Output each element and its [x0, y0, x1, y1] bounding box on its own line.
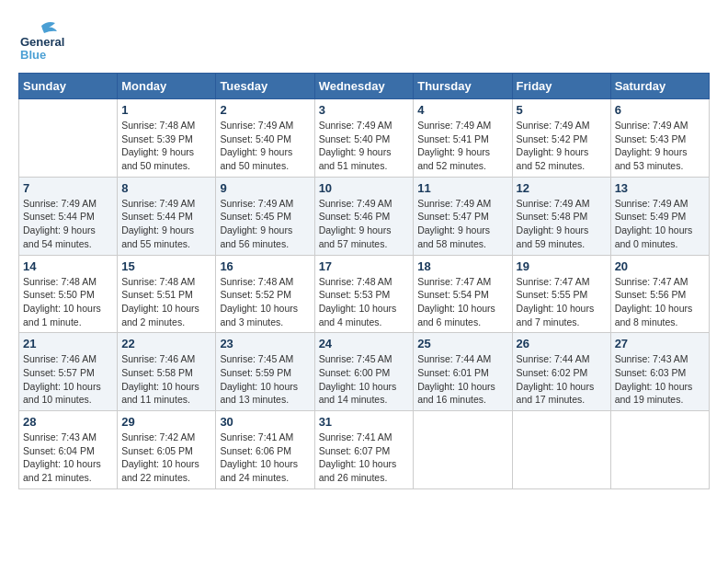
day-number: 10 — [319, 181, 410, 195]
day-number: 26 — [517, 337, 607, 350]
day-number: 2 — [220, 103, 310, 117]
day-info: Sunrise: 7:44 AMSunset: 6:01 PMDaylight:… — [417, 352, 507, 407]
logo: General Blue — [18, 18, 64, 63]
day-info: Sunrise: 7:45 AMSunset: 5:59 PMDaylight:… — [220, 352, 310, 407]
calendar-cell: 1Sunrise: 7:48 AMSunset: 5:39 PMDaylight… — [118, 99, 216, 178]
calendar-cell: 17Sunrise: 7:48 AMSunset: 5:53 PMDayligh… — [314, 255, 414, 333]
calendar-cell — [19, 99, 118, 178]
calendar-cell: 27Sunrise: 7:43 AMSunset: 6:03 PMDayligh… — [610, 333, 709, 411]
day-info: Sunrise: 7:47 AMSunset: 5:55 PMDaylight:… — [517, 275, 607, 329]
calendar-cell: 30Sunrise: 7:41 AMSunset: 6:06 PMDayligh… — [216, 411, 314, 489]
day-info: Sunrise: 7:49 AMSunset: 5:44 PMDaylight:… — [121, 197, 211, 251]
day-number: 3 — [319, 103, 410, 117]
day-number: 16 — [220, 259, 310, 273]
calendar-cell — [610, 411, 709, 489]
calendar-header-row: SundayMondayTuesdayWednesdayThursdayFrid… — [19, 74, 710, 99]
day-info: Sunrise: 7:49 AMSunset: 5:49 PMDaylight:… — [615, 197, 705, 251]
day-number: 4 — [417, 103, 507, 117]
day-info: Sunrise: 7:48 AMSunset: 5:52 PMDaylight:… — [220, 275, 310, 329]
week-row-1: 7Sunrise: 7:49 AMSunset: 5:44 PMDaylight… — [19, 177, 710, 255]
day-number: 1 — [121, 103, 211, 117]
day-number: 6 — [615, 103, 705, 117]
calendar-cell: 3Sunrise: 7:49 AMSunset: 5:40 PMDaylight… — [314, 99, 414, 178]
day-info: Sunrise: 7:49 AMSunset: 5:47 PMDaylight:… — [417, 197, 507, 251]
day-number: 29 — [121, 415, 211, 429]
calendar-cell — [512, 411, 610, 489]
calendar-cell: 26Sunrise: 7:44 AMSunset: 6:02 PMDayligh… — [512, 333, 610, 411]
day-info: Sunrise: 7:49 AMSunset: 5:40 PMDaylight:… — [220, 119, 310, 173]
col-header-wednesday: Wednesday — [314, 74, 414, 99]
page-header: General Blue — [18, 18, 710, 63]
day-info: Sunrise: 7:49 AMSunset: 5:48 PMDaylight:… — [517, 197, 607, 251]
day-info: Sunrise: 7:49 AMSunset: 5:42 PMDaylight:… — [517, 119, 607, 173]
day-number: 9 — [220, 181, 310, 195]
svg-text:Blue: Blue — [20, 48, 46, 60]
calendar-cell: 21Sunrise: 7:46 AMSunset: 5:57 PMDayligh… — [19, 333, 118, 411]
day-number: 21 — [23, 337, 113, 350]
day-number: 31 — [319, 415, 410, 429]
day-number: 5 — [517, 103, 607, 117]
week-row-4: 28Sunrise: 7:43 AMSunset: 6:04 PMDayligh… — [19, 411, 710, 489]
day-info: Sunrise: 7:41 AMSunset: 6:06 PMDaylight:… — [220, 431, 310, 485]
calendar-cell: 7Sunrise: 7:49 AMSunset: 5:44 PMDaylight… — [19, 177, 118, 255]
logo-icon: General Blue — [18, 18, 64, 60]
col-header-sunday: Sunday — [19, 74, 118, 99]
day-info: Sunrise: 7:42 AMSunset: 6:05 PMDaylight:… — [121, 431, 211, 485]
day-number: 18 — [417, 259, 507, 273]
calendar-cell: 23Sunrise: 7:45 AMSunset: 5:59 PMDayligh… — [216, 333, 314, 411]
calendar-cell: 4Sunrise: 7:49 AMSunset: 5:41 PMDaylight… — [414, 99, 512, 178]
day-number: 27 — [615, 337, 705, 350]
calendar-cell: 22Sunrise: 7:46 AMSunset: 5:58 PMDayligh… — [118, 333, 216, 411]
day-info: Sunrise: 7:48 AMSunset: 5:50 PMDaylight:… — [23, 275, 113, 329]
day-info: Sunrise: 7:49 AMSunset: 5:43 PMDaylight:… — [615, 119, 705, 173]
day-info: Sunrise: 7:48 AMSunset: 5:53 PMDaylight:… — [319, 275, 410, 329]
col-header-friday: Friday — [512, 74, 610, 99]
day-info: Sunrise: 7:49 AMSunset: 5:41 PMDaylight:… — [417, 119, 507, 173]
day-info: Sunrise: 7:49 AMSunset: 5:46 PMDaylight:… — [319, 197, 410, 251]
week-row-0: 1Sunrise: 7:48 AMSunset: 5:39 PMDaylight… — [19, 99, 710, 178]
day-number: 19 — [517, 259, 607, 273]
week-row-2: 14Sunrise: 7:48 AMSunset: 5:50 PMDayligh… — [19, 255, 710, 333]
day-info: Sunrise: 7:49 AMSunset: 5:45 PMDaylight:… — [220, 197, 310, 251]
calendar-cell: 9Sunrise: 7:49 AMSunset: 5:45 PMDaylight… — [216, 177, 314, 255]
day-number: 23 — [220, 337, 310, 350]
day-info: Sunrise: 7:48 AMSunset: 5:39 PMDaylight:… — [121, 119, 211, 173]
calendar-table: SundayMondayTuesdayWednesdayThursdayFrid… — [18, 73, 710, 489]
day-number: 7 — [23, 181, 113, 195]
day-number: 8 — [121, 181, 211, 195]
calendar-cell: 11Sunrise: 7:49 AMSunset: 5:47 PMDayligh… — [414, 177, 512, 255]
day-number: 20 — [615, 259, 705, 273]
day-info: Sunrise: 7:49 AMSunset: 5:40 PMDaylight:… — [319, 119, 410, 173]
calendar-cell: 14Sunrise: 7:48 AMSunset: 5:50 PMDayligh… — [19, 255, 118, 333]
day-number: 25 — [417, 337, 507, 350]
day-info: Sunrise: 7:43 AMSunset: 6:03 PMDaylight:… — [615, 352, 705, 407]
calendar-cell: 19Sunrise: 7:47 AMSunset: 5:55 PMDayligh… — [512, 255, 610, 333]
day-number: 28 — [23, 415, 113, 429]
calendar-cell: 28Sunrise: 7:43 AMSunset: 6:04 PMDayligh… — [19, 411, 118, 489]
col-header-tuesday: Tuesday — [216, 74, 314, 99]
col-header-saturday: Saturday — [610, 74, 709, 99]
calendar-cell: 6Sunrise: 7:49 AMSunset: 5:43 PMDaylight… — [610, 99, 709, 178]
calendar-cell: 5Sunrise: 7:49 AMSunset: 5:42 PMDaylight… — [512, 99, 610, 178]
calendar-cell: 25Sunrise: 7:44 AMSunset: 6:01 PMDayligh… — [414, 333, 512, 411]
day-number: 11 — [417, 181, 507, 195]
day-info: Sunrise: 7:49 AMSunset: 5:44 PMDaylight:… — [23, 197, 113, 251]
calendar-cell — [414, 411, 512, 489]
calendar-cell: 16Sunrise: 7:48 AMSunset: 5:52 PMDayligh… — [216, 255, 314, 333]
calendar-cell: 24Sunrise: 7:45 AMSunset: 6:00 PMDayligh… — [314, 333, 414, 411]
calendar-cell: 8Sunrise: 7:49 AMSunset: 5:44 PMDaylight… — [118, 177, 216, 255]
svg-text:General: General — [20, 35, 64, 49]
col-header-monday: Monday — [118, 74, 216, 99]
calendar-cell: 18Sunrise: 7:47 AMSunset: 5:54 PMDayligh… — [414, 255, 512, 333]
calendar-cell: 10Sunrise: 7:49 AMSunset: 5:46 PMDayligh… — [314, 177, 414, 255]
calendar-cell: 29Sunrise: 7:42 AMSunset: 6:05 PMDayligh… — [118, 411, 216, 489]
day-info: Sunrise: 7:43 AMSunset: 6:04 PMDaylight:… — [23, 431, 113, 485]
day-info: Sunrise: 7:44 AMSunset: 6:02 PMDaylight:… — [517, 352, 607, 407]
day-info: Sunrise: 7:45 AMSunset: 6:00 PMDaylight:… — [319, 352, 410, 407]
day-number: 14 — [23, 259, 113, 273]
day-info: Sunrise: 7:47 AMSunset: 5:56 PMDaylight:… — [615, 275, 705, 329]
week-row-3: 21Sunrise: 7:46 AMSunset: 5:57 PMDayligh… — [19, 333, 710, 411]
day-number: 24 — [319, 337, 410, 350]
day-number: 22 — [121, 337, 211, 350]
day-number: 15 — [121, 259, 211, 273]
